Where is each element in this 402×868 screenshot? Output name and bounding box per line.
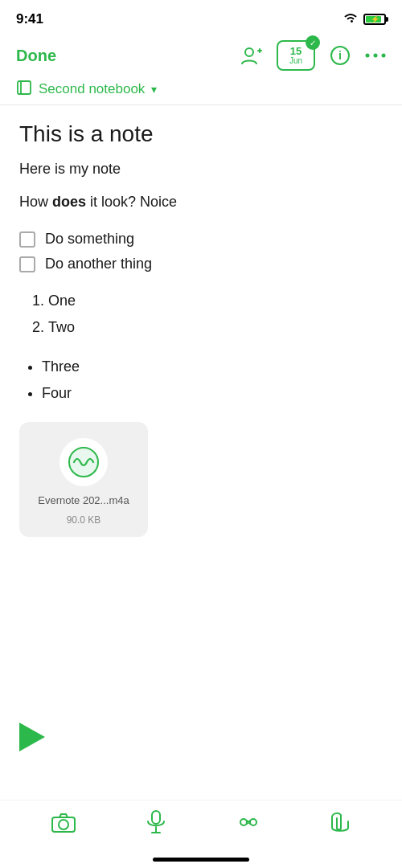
battery-icon: ⚡ xyxy=(363,14,386,25)
svg-point-5 xyxy=(366,54,370,58)
home-indicator xyxy=(153,858,249,862)
body2-suffix: it look? Noice xyxy=(86,194,177,210)
reminder-box[interactable]: 15 Jun ✓ xyxy=(277,40,315,71)
bullet-list: Three Four xyxy=(19,356,383,404)
reminder-check-icon: ✓ xyxy=(306,35,320,50)
note-body-1: Here is my note xyxy=(19,158,383,180)
checkbox-2[interactable] xyxy=(19,256,35,272)
attachment-card[interactable]: Evernote 202...m4a 90.0 KB xyxy=(19,422,148,537)
body2-bold: does xyxy=(52,194,86,210)
svg-rect-8 xyxy=(18,81,31,94)
sketch-icon[interactable] xyxy=(237,811,260,833)
note-content: This is a note Here is my note How does … xyxy=(0,105,402,716)
svg-text:i: i xyxy=(338,49,342,62)
notebook-icon xyxy=(16,80,32,98)
camera-icon[interactable] xyxy=(51,812,76,833)
bottom-toolbar xyxy=(0,800,402,844)
svg-point-13 xyxy=(59,820,68,829)
ordered-item-1: One xyxy=(48,290,383,312)
notebook-chevron-icon: ▾ xyxy=(151,83,157,96)
ordered-item-2: Two xyxy=(48,317,383,338)
body2-prefix: How xyxy=(19,194,52,210)
note-title: This is a note xyxy=(19,121,383,147)
toolbar: Done 15 Jun ✓ i xyxy=(0,35,402,76)
add-contact-icon[interactable] xyxy=(240,44,262,67)
more-icon[interactable] xyxy=(365,51,386,59)
svg-point-17 xyxy=(240,819,247,825)
toolbar-right: 15 Jun ✓ i xyxy=(240,40,386,71)
checkbox-list: Do something Do another thing xyxy=(19,231,383,272)
status-bar: 9:41 ⚡ xyxy=(0,0,402,35)
microphone-icon[interactable] xyxy=(146,810,166,834)
note-body-2: How does it look? Noice xyxy=(19,191,383,213)
status-icons: ⚡ xyxy=(343,12,386,27)
svg-point-7 xyxy=(382,54,386,58)
done-button[interactable]: Done xyxy=(16,47,56,65)
play-button[interactable] xyxy=(19,723,45,751)
bullet-item-2: Four xyxy=(42,383,383,404)
checkbox-item-1[interactable]: Do something xyxy=(19,231,383,248)
ordered-list: One Two xyxy=(19,290,383,338)
attachment-icon[interactable] xyxy=(330,810,351,834)
svg-point-6 xyxy=(374,54,378,58)
audio-icon xyxy=(59,438,108,486)
bullet-item-1: Three xyxy=(42,356,383,378)
info-icon[interactable]: i xyxy=(330,45,351,66)
svg-point-0 xyxy=(245,48,253,56)
checkbox-label-2: Do another thing xyxy=(45,256,152,272)
checkbox-1[interactable] xyxy=(19,231,35,248)
svg-point-18 xyxy=(250,819,256,825)
status-time: 9:41 xyxy=(16,11,43,27)
checkbox-item-2[interactable]: Do another thing xyxy=(19,256,383,272)
svg-rect-14 xyxy=(152,811,160,824)
attachment-name: Evernote 202...m4a xyxy=(38,494,129,506)
attachment-size: 90.0 KB xyxy=(67,514,101,526)
notebook-bar[interactable]: Second notebook ▾ xyxy=(0,76,402,105)
checkbox-label-1: Do something xyxy=(45,231,134,248)
notebook-name: Second notebook xyxy=(39,81,145,97)
wifi-icon xyxy=(343,12,359,27)
